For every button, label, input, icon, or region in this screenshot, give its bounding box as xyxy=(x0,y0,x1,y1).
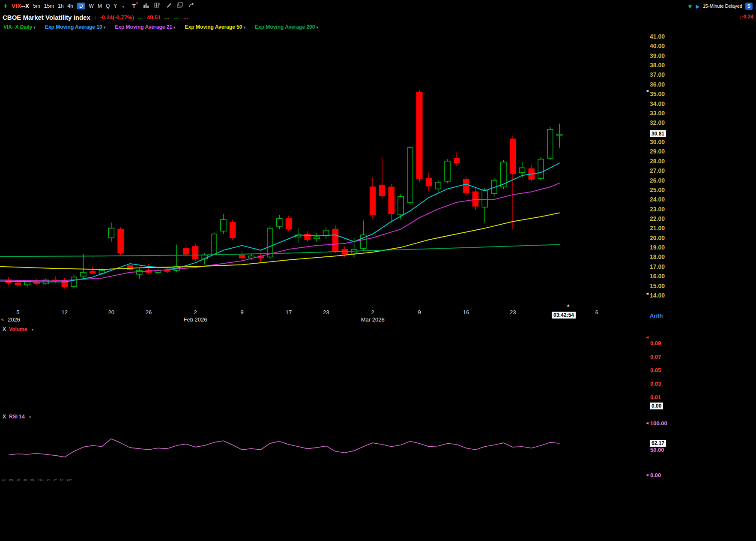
top-toolbar: + VIX--X 5m15m1h4hDWMQY + 15-Minute Dela… xyxy=(0,0,756,12)
indicator-dots[interactable]: … xyxy=(137,14,143,21)
x-axis-label: 23 xyxy=(315,309,337,316)
zoom-preset-1D[interactable]: 1D xyxy=(2,478,6,481)
price-axis-label: 16.00 xyxy=(650,272,673,280)
chevron-down-icon[interactable] xyxy=(242,24,245,30)
price-axis-label: 14.00 xyxy=(650,292,673,299)
toolbar-right-group: 15-Minute Delayed S xyxy=(687,2,753,10)
indicator-dots[interactable]: … xyxy=(164,14,170,21)
zoom-preset-2Y[interactable]: 2Y xyxy=(53,478,57,481)
rsi-panel-title[interactable]: RSI 14 xyxy=(9,414,25,420)
timeframe-Y[interactable]: Y xyxy=(114,3,117,9)
x-axis-label: 12 xyxy=(54,309,75,316)
legend-item-2[interactable]: Exp Moving Average 21 xyxy=(115,24,175,30)
timeframe-group: 5m15m1h4hDWMQY xyxy=(33,3,117,9)
price-axis[interactable]: 41.0040.0039.0038.0037.0036.0035.0034.00… xyxy=(650,0,675,309)
chevron-down-icon[interactable] xyxy=(172,24,176,30)
chevron-down-icon[interactable] xyxy=(32,24,36,30)
zoom-preset-YTD[interactable]: YTD xyxy=(38,478,44,481)
legend-label: Exp Moving Average 50 xyxy=(185,24,242,30)
volume-zero-label: 0.00 xyxy=(650,403,663,409)
axis-marker-icon xyxy=(645,292,649,296)
zoom-preset-1W[interactable]: 1W xyxy=(9,478,13,481)
chevron-down-icon[interactable] xyxy=(102,24,106,30)
history-back-icon[interactable] xyxy=(1,315,4,323)
indicator-dots[interactable]: … xyxy=(173,14,179,21)
zoom-preset-10Y[interactable]: 10Y xyxy=(66,478,72,481)
price-axis-label: 33.00 xyxy=(650,109,673,117)
legend-label: Exp Moving Average 10 xyxy=(45,24,102,30)
price-chart-canvas[interactable] xyxy=(0,0,756,541)
chevron-down-icon[interactable] xyxy=(121,2,124,10)
zoom-preset-1Y[interactable]: 1Y xyxy=(47,478,51,481)
axis-marker-icon xyxy=(645,421,649,425)
timeframe-D[interactable]: D xyxy=(77,3,85,9)
x-axis-label: 2 xyxy=(362,309,383,316)
volume-axis-label: 0.09 xyxy=(650,340,661,346)
provider-badge[interactable]: S xyxy=(745,3,753,10)
timeframe-M[interactable]: M xyxy=(98,3,102,9)
axis-marker-icon xyxy=(645,335,649,340)
windows-icon[interactable] xyxy=(177,2,183,10)
legend-label: VIX--X Daily xyxy=(3,24,32,30)
price-axis-label: 25.00 xyxy=(650,186,673,194)
indicator-dots[interactable]: … xyxy=(183,14,189,21)
price-axis-label: 40.00 xyxy=(650,42,673,50)
x-axis-label: 20 xyxy=(101,309,122,316)
add-symbol-button[interactable]: + xyxy=(3,2,8,10)
price-axis-label: 39.00 xyxy=(650,52,673,60)
text-tool-icon[interactable] xyxy=(132,2,138,10)
price-axis-label: 19.00 xyxy=(650,243,673,251)
price-axis-label: 21.00 xyxy=(650,224,673,232)
pencil-icon[interactable] xyxy=(166,2,172,10)
svg-text:+: + xyxy=(158,2,161,6)
price-axis-label: 26.00 xyxy=(650,177,673,184)
chevron-down-icon[interactable] xyxy=(30,326,33,332)
legend-label: Exp Moving Average 21 xyxy=(115,24,172,30)
price-axis-label: 28.00 xyxy=(650,157,673,165)
legend-item-0[interactable]: VIX--X Daily xyxy=(3,24,36,30)
delayed-data-label: 15-Minute Delayed xyxy=(703,3,742,9)
zoom-preset-5Y[interactable]: 5Y xyxy=(60,478,64,481)
chevron-down-icon[interactable] xyxy=(315,24,318,30)
legend-item-3[interactable]: Exp Moving Average 50 xyxy=(185,24,245,30)
price-axis-label: 18.00 xyxy=(650,253,673,261)
timeframe-Q[interactable]: Q xyxy=(106,3,110,9)
zoom-preset-1M[interactable]: 1M xyxy=(16,478,20,481)
chevron-down-icon[interactable] xyxy=(28,414,31,420)
corner-change: -0.24 xyxy=(739,13,753,20)
volume-axis-label: 0.03 xyxy=(650,381,661,387)
current-time-label: 03:42:54 xyxy=(552,312,576,319)
star-icon[interactable] xyxy=(687,2,693,10)
volume-panel-title[interactable]: Volume xyxy=(9,326,27,332)
timeframe-5m[interactable]: 5m xyxy=(33,3,40,9)
play-flag-icon[interactable] xyxy=(696,2,699,10)
timeframe-1h[interactable]: 1h xyxy=(58,3,63,9)
rsi-axis-label: 100.00 xyxy=(650,420,667,427)
x-axis-month-label: Feb 2026 xyxy=(178,316,212,323)
timeframe-W[interactable]: W xyxy=(89,3,94,9)
price-axis-label: 22.00 xyxy=(650,215,673,222)
zoom-preset-6M[interactable]: 6M xyxy=(30,478,35,481)
zoom-preset-3M[interactable]: 3M xyxy=(23,478,27,481)
chart-columns-icon[interactable] xyxy=(143,2,149,10)
price-axis-label: 38.00 xyxy=(650,61,673,69)
symbol-label[interactable]: VIX--X xyxy=(12,2,29,10)
rsi-axis-label: 0.00 xyxy=(650,472,661,478)
legend-item-4[interactable]: Exp Moving Average 200 xyxy=(255,24,318,30)
legend-item-1[interactable]: Exp Moving Average 10 xyxy=(45,24,105,30)
price-axis-label: 23.00 xyxy=(650,205,673,213)
price-axis-label: 34.00 xyxy=(650,100,673,108)
price-axis-label: 35.00 xyxy=(650,90,673,98)
timeframe-15m[interactable]: 15m xyxy=(44,3,54,9)
toolbar-icon-group: + xyxy=(132,2,195,10)
instrument-name: CBOE Market Volatility Index xyxy=(3,14,90,21)
close-panel-button[interactable]: X xyxy=(3,326,6,332)
share-icon[interactable] xyxy=(188,2,195,10)
scale-type-label[interactable]: Arith xyxy=(650,313,663,319)
close-panel-button[interactable]: X xyxy=(3,414,6,420)
x-axis-label: 16 xyxy=(455,309,477,316)
timeframe-4h[interactable]: 4h xyxy=(68,3,73,9)
indicator-value: 49.51 xyxy=(147,14,161,21)
volume-axis-label: 0.05 xyxy=(650,367,661,373)
grid-add-icon[interactable]: + xyxy=(154,2,161,10)
